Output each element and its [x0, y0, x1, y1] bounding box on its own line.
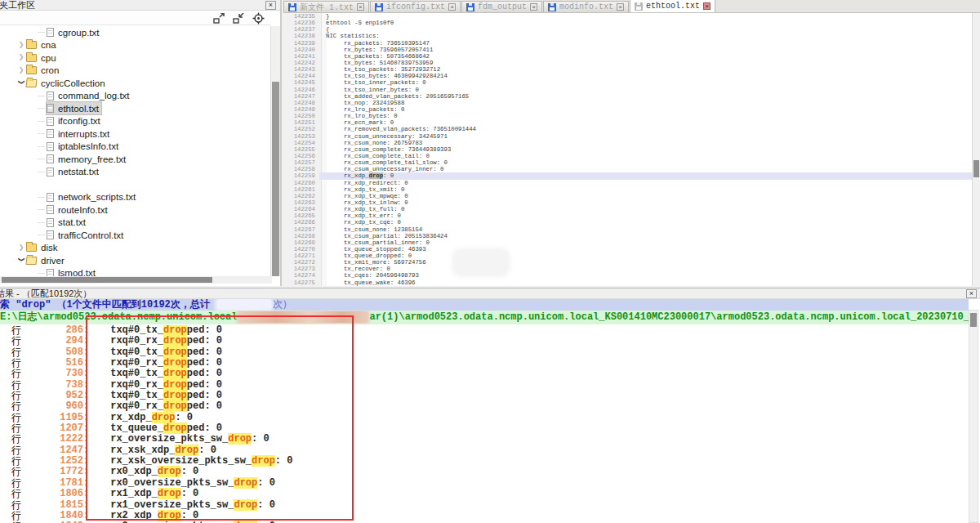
editor-vertical-scrollbar[interactable]	[972, 13, 980, 286]
chevron-right-icon[interactable]: ❯	[16, 41, 26, 48]
search-result-row[interactable]: 行960:rxq#0_rx_dropped: 0	[0, 401, 969, 412]
row-text: rx1_oversize_pkts_sw_drop: 0	[110, 500, 275, 511]
tree-item-interrupts-txt[interactable]: interrupts.txt	[0, 127, 272, 141]
line-text: rx_csum_complete_tail_slow: 0	[319, 159, 972, 166]
line-number: 142253	[283, 133, 319, 140]
row-line-number: 952	[23, 391, 83, 401]
search-result-row[interactable]: 行286:txq#0_tx_dropped: 0	[0, 325, 969, 336]
tree-item-stat-txt[interactable]: stat.txt	[0, 217, 272, 230]
scrollbar-thumb[interactable]	[272, 82, 279, 276]
line-text: tx_csum_partial_inner: 0	[319, 239, 972, 246]
tree-item-netstat-txt[interactable]: netstat.txt	[0, 166, 272, 179]
workspace-panel-titlebar: 件夹工作区	[0, 0, 280, 11]
search-result-row[interactable]: 行1840:rx2_xdp_drop: 0	[0, 511, 969, 521]
row-line-number: 1252	[23, 456, 83, 467]
tree-item-disk[interactable]: ❯disk	[0, 242, 272, 255]
tab-close-icon[interactable]: ×	[530, 3, 537, 11]
scrollbar-thumb[interactable]	[970, 313, 977, 327]
tab-close-icon[interactable]: ×	[617, 3, 624, 11]
tree-item-cna[interactable]: ❯cna	[0, 39, 272, 52]
line-number: 142269	[283, 239, 319, 246]
search-result-row[interactable]: 行1195:rx_xdp_drop: 0	[0, 413, 969, 423]
result-file-path-line[interactable]: E:\日志\armod0523.odata.ncmp.unicom.locala…	[0, 311, 969, 324]
row-line-label: 行	[11, 423, 23, 434]
tree-item-label: driver	[41, 256, 65, 266]
save-icon	[635, 2, 643, 11]
line-text: rx_ecn_mark: 0	[319, 119, 972, 126]
search-result-row[interactable]: 行1252:rx_xsk_oversize_pkts_sw_drop: 0	[0, 456, 969, 467]
editor-line: 142256 rx_csum_complete_tail: 0	[283, 153, 972, 159]
tree-item-driver[interactable]: ❯driver	[0, 254, 272, 267]
tree-item-memory-free-txt[interactable]: memory_free.txt	[0, 153, 272, 166]
tab-close-icon[interactable]: ×	[448, 3, 456, 11]
row-line-number: 730	[23, 369, 83, 379]
editor-text-area[interactable]: 142235}142236ethtool -S enp1s0f0142237{1…	[283, 13, 972, 286]
tab-fdm-output[interactable]: fdm_output×	[461, 1, 542, 12]
tab-ethtool-txt[interactable]: ethtool.txt×	[630, 0, 715, 12]
search-summary-line[interactable]: 搜索 "drop" （1个文件中匹配到10192次，总计 次）	[0, 299, 969, 311]
tree-item-ethtool-txt[interactable]: ethtool.txt	[0, 102, 272, 115]
row-line-number: 960	[23, 401, 83, 412]
tree-item-trafficcontrol-txt[interactable]: trafficControl.txt	[0, 229, 272, 242]
editor-line: 142267 tx_csum_none: 12385154	[283, 226, 972, 233]
tab--1-txt[interactable]: 新文件 1.txt×	[283, 1, 369, 12]
scrollbar-thumb[interactable]	[2, 277, 212, 283]
workspace-close-icon[interactable]: ×	[265, 1, 276, 10]
search-result-row[interactable]: 行952:txq#0_tx_dropped: 0	[0, 391, 969, 401]
locate-file-icon[interactable]	[252, 12, 265, 25]
collapse-all-icon[interactable]	[232, 12, 246, 25]
match-highlight: drop	[163, 346, 187, 358]
chevron-right-icon[interactable]: ❯	[16, 66, 26, 74]
tree-item-cycliccollection[interactable]: ❯cyclicCollection	[0, 77, 272, 90]
tree-item-routeinfo-txt[interactable]: routeInfo.txt	[0, 203, 272, 217]
search-result-row[interactable]: 行738:rxq#0_rx_dropped: 0	[0, 380, 969, 391]
tree-item-label: memory_free.txt	[58, 154, 126, 164]
tree-horizontal-scrollbar[interactable]	[0, 276, 272, 284]
row-line-number: 1195	[23, 413, 83, 423]
editor-line: 142264 rx_xdp_tx_full: 0	[283, 206, 972, 212]
search-result-row[interactable]: 行1247:rx_xsk_xdp_drop: 0	[0, 445, 969, 456]
search-result-row[interactable]: 行1781:rx0_oversize_pkts_sw_drop: 0	[0, 478, 969, 489]
tree-vertical-scrollbar[interactable]	[270, 26, 280, 276]
tree-item-cpu[interactable]: ❯cpu	[0, 51, 272, 65]
search-result-row[interactable]: 行1815:rx1_oversize_pkts_sw_drop: 0	[0, 500, 969, 511]
search-result-row[interactable]: 行1207:tx_queue_dropped: 0	[0, 423, 969, 434]
editor-line: 142237{	[283, 26, 972, 33]
row-text: rx1_xdp_drop: 0	[110, 489, 198, 499]
tab-close-icon[interactable]: ×	[357, 3, 364, 11]
editor-line: 142265 rx_xdp_tx_err: 0	[283, 212, 972, 219]
tree-item-command-log-txt[interactable]: command_log.txt	[0, 90, 272, 103]
tree-item-iptablesinfo-txt[interactable]: iptablesInfo.txt	[0, 141, 272, 154]
editor-line: 142270 tx_queue_stopped: 46393	[283, 246, 972, 253]
line-text: rx_lro_packets: 0	[319, 106, 972, 113]
search-result-row[interactable]: 行1772:rx0_xdp_drop: 0	[0, 467, 969, 477]
folder-icon	[26, 244, 37, 252]
tree-item-cgroup-txt[interactable]: cgroup.txt	[0, 26, 272, 39]
results-close-icon[interactable]: ×	[966, 289, 977, 298]
editor-line: 142266 rx_xdp_tx_cqe: 0	[283, 219, 972, 226]
tree-item-cron[interactable]: ❯cron	[0, 65, 272, 78]
search-result-row[interactable]: 行1806:rx1_xdp_drop: 0	[0, 489, 969, 499]
search-result-row[interactable]: 行1222:rx_oversize_pkts_sw_drop: 0	[0, 434, 969, 445]
tab-ifconfig-txt[interactable]: ifconfig.txt×	[370, 1, 461, 12]
scrollbar-thumb[interactable]	[973, 160, 979, 177]
chevron-right-icon[interactable]: ❯	[16, 53, 26, 60]
chevron-down-icon[interactable]: ❯	[18, 78, 25, 87]
line-number: 142272	[283, 259, 319, 266]
chevron-down-icon[interactable]: ❯	[18, 255, 25, 265]
line-number: 142264	[283, 206, 319, 212]
chevron-right-icon[interactable]: ❯	[16, 244, 26, 251]
search-result-row[interactable]: 行508:txq#0_tx_dropped: 0	[0, 347, 969, 358]
expand-all-icon[interactable]	[212, 12, 226, 25]
search-result-row[interactable]: 行516:rxq#0_rx_dropped: 0	[0, 358, 969, 369]
tree-connector	[38, 146, 45, 147]
tab-close-icon[interactable]: ×	[703, 2, 710, 10]
search-result-row[interactable]: 行294:rxq#0_rx_dropped: 0	[0, 336, 969, 346]
line-number: 142240	[283, 47, 319, 53]
tree-item-ifconfig-txt[interactable]: ifconfig.txt	[0, 115, 272, 128]
tree-item-network-scripts-txt[interactable]: network_scripts.txt	[0, 191, 272, 204]
results-vertical-scrollbar[interactable]	[969, 310, 978, 523]
search-result-row[interactable]: 行730:txq#0_tx_dropped: 0	[0, 369, 969, 379]
tab-modinfo-txt[interactable]: modinfo.txt×	[543, 1, 629, 12]
tree-item-lsmod-txt[interactable]: lsmod.txt	[0, 267, 272, 277]
